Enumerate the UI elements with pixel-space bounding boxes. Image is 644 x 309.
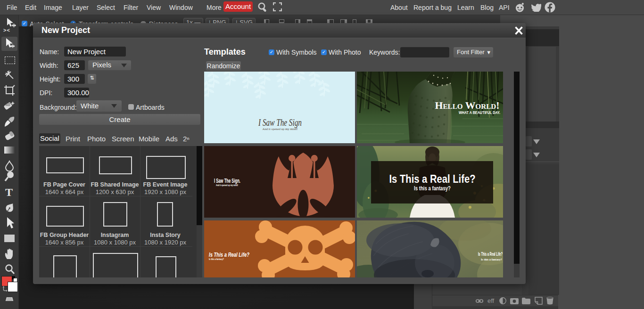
svg-text:I Saw The Sign.: I Saw The Sign.	[214, 177, 240, 184]
svg-text:Is This a Real Life?: Is This a Real Life?	[389, 172, 476, 185]
svg-text:Hello World!: Hello World!	[435, 100, 500, 111]
svg-text:And it opened up my mind!: And it opened up my mind!	[216, 184, 238, 187]
svg-text:And it opened up my mind!: And it opened up my mind!	[263, 127, 298, 130]
svg-text:WHAT A BEAUTIFUL DAY.: WHAT A BEAUTIFUL DAY.	[459, 110, 500, 115]
svg-text:Is This a Real Life?: Is This a Real Life?	[209, 251, 249, 258]
svg-text:Is this a fantasy?: Is this a fantasy?	[481, 258, 502, 261]
svg-text:Is This a Real Life?: Is This a Real Life?	[478, 252, 503, 257]
svg-text:I Saw The Sign: I Saw The Sign	[258, 116, 302, 128]
svg-text:Is this a fantasy?: Is this a fantasy?	[209, 258, 224, 260]
svg-text:Is this a fantasy?: Is this a fantasy?	[414, 185, 451, 192]
